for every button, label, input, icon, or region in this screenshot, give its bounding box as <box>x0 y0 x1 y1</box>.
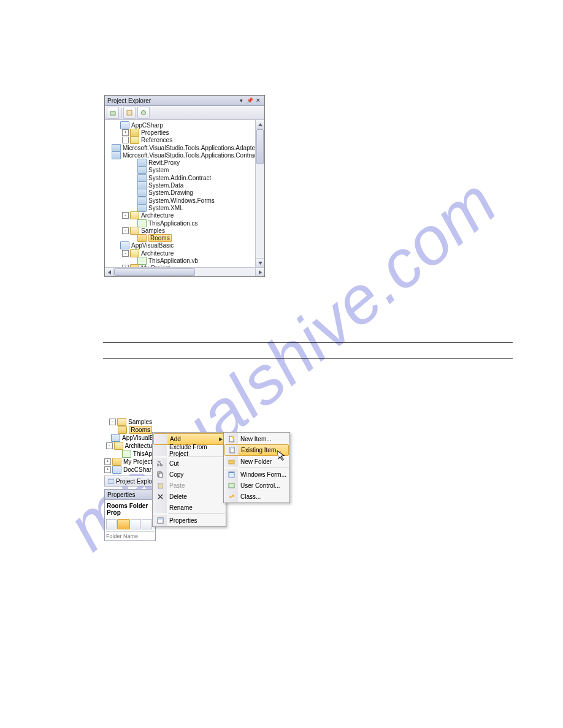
tree-item[interactable]: AppVisualBasic <box>104 434 152 442</box>
tree-item[interactable]: +DocCSharp(e <box>104 466 152 474</box>
prop-sort-categorized[interactable] <box>106 519 117 529</box>
tree-item[interactable]: Revit.Proxy <box>105 159 255 166</box>
add-submenu[interactable]: New Item...Existing Item...New FolderWin… <box>223 432 290 503</box>
menu-item-label: Properties <box>169 517 225 524</box>
tree-item[interactable]: -References <box>105 137 255 144</box>
svg-marker-3 <box>258 123 262 126</box>
reference-icon <box>137 189 147 197</box>
expand-icon[interactable]: + <box>122 265 129 267</box>
menu-item[interactable]: Delete <box>153 491 225 502</box>
folder-open-icon <box>130 227 139 235</box>
scroll-left-icon[interactable] <box>105 268 114 276</box>
dropdown-icon[interactable]: ▾ <box>237 97 245 104</box>
close-icon[interactable]: ✕ <box>255 97 262 104</box>
tree-item[interactable]: System.Drawing <box>105 189 255 197</box>
horizontal-scrollbar[interactable] <box>105 267 264 276</box>
tree-item[interactable]: ThisApplication.vb <box>105 257 255 264</box>
tree-item[interactable]: Microsoft.VisualStudio.Tools.Application… <box>105 151 255 159</box>
collapse-icon[interactable]: - <box>122 250 129 257</box>
tree-item[interactable]: ThisApplication.cs <box>105 219 255 227</box>
menu-item[interactable]: New Item... <box>224 433 289 444</box>
tree-item[interactable]: +My Project <box>104 458 152 466</box>
collapse-icon[interactable]: - <box>106 442 113 449</box>
menu-item[interactable]: Copy <box>153 469 225 480</box>
prop-pages[interactable] <box>131 519 141 529</box>
tree-item-label: My Project <box>141 265 170 267</box>
code-file-icon <box>137 257 147 265</box>
toolbar-button-2[interactable] <box>123 107 136 119</box>
divider-2 <box>103 358 513 358</box>
scrollbar-thumb[interactable] <box>256 129 264 164</box>
tree-item[interactable]: -Architecture <box>105 249 255 257</box>
reference-icon <box>137 181 147 189</box>
tree-item[interactable]: System.XML <box>105 204 255 211</box>
tree-item[interactable]: System.Data <box>105 181 255 189</box>
menu-item-label: New Item... <box>240 436 289 442</box>
tree-item-label: DocCSharp(e <box>123 466 152 473</box>
tree-item[interactable]: System.Addin.Contract <box>105 174 255 181</box>
menu-item[interactable]: User Control... <box>224 480 289 491</box>
tree-item-label: AppVisualBasic <box>122 434 152 441</box>
tree-item[interactable]: System <box>105 167 255 174</box>
menu-item[interactable]: New Folder <box>224 456 289 467</box>
tree-item[interactable]: -Samples <box>105 227 255 234</box>
vertical-scrollbar[interactable] <box>255 120 264 267</box>
menu-item[interactable]: Existing Item... <box>224 444 289 456</box>
project-tree[interactable]: AppCSharp+Properties-ReferencesMicrosoft… <box>105 120 255 267</box>
menu-item[interactable]: Windows Form... <box>224 469 289 480</box>
tree-item[interactable]: Rooms <box>104 426 152 434</box>
pin-icon[interactable]: 📌 <box>246 97 253 104</box>
svg-point-23 <box>229 496 232 498</box>
scroll-right-icon[interactable] <box>255 268 264 276</box>
tree-item[interactable]: ThisAp <box>104 450 152 458</box>
tree-item-label: Architecture <box>141 250 174 257</box>
tree-item-label: Architecture <box>141 212 174 219</box>
collapse-icon[interactable]: - <box>109 419 116 425</box>
toolbar-button-1[interactable] <box>107 107 119 119</box>
menu-item[interactable]: Exclude From Project <box>153 445 225 456</box>
tree-item-label: Microsoft.VisualStudio.Tools.Application… <box>123 152 255 159</box>
expand-icon[interactable]: + <box>104 466 111 473</box>
expand-icon[interactable]: + <box>104 458 111 465</box>
tree-item[interactable]: -Architectu <box>104 442 152 450</box>
menu-item-label: Existing Item... <box>241 447 288 453</box>
prop-events[interactable] <box>142 519 152 529</box>
collapse-icon[interactable]: - <box>122 212 129 219</box>
menu-item-label: Add <box>170 436 219 442</box>
context-menu[interactable]: Add▶Exclude From ProjectCutCopyPasteDele… <box>152 432 226 527</box>
expand-icon[interactable]: + <box>122 129 129 136</box>
tree-item[interactable]: Microsoft.VisualStudio.Tools.Application… <box>105 144 255 151</box>
tree-item-label: Samples <box>128 419 152 425</box>
project-tree-fragment[interactable]: -SamplesRoomsAppVisualBasic-ArchitectuTh… <box>104 418 152 474</box>
tree-item-label: Architectu <box>125 442 152 449</box>
tree-item-label: Rooms <box>129 426 152 434</box>
project-icon <box>120 241 129 249</box>
menu-item[interactable]: Class... <box>224 491 289 502</box>
tree-item[interactable]: AppCSharp <box>105 121 255 129</box>
properties-title: Properties <box>104 489 157 500</box>
tree-item[interactable]: AppVisualBasic <box>105 242 255 249</box>
new-icon <box>228 436 235 442</box>
scroll-down-icon[interactable] <box>256 258 264 267</box>
tree-item-label: ThisApplication.cs <box>148 220 198 227</box>
scrollbar-thumb-h[interactable] <box>114 268 195 276</box>
prop-sort-alpha[interactable] <box>117 519 130 529</box>
menu-item[interactable]: Rename <box>153 502 225 513</box>
tree-item[interactable]: +My Project <box>105 265 255 267</box>
tree-item[interactable]: -Architecture <box>105 212 255 219</box>
reference-icon <box>137 204 147 212</box>
tree-item-label: System.Addin.Contract <box>148 175 211 181</box>
tree-item[interactable]: Rooms <box>105 234 255 241</box>
menu-item[interactable]: Properties <box>153 515 225 526</box>
svg-marker-5 <box>108 270 111 275</box>
tree-item[interactable]: -Samples <box>104 418 152 426</box>
menu-item[interactable]: Cut <box>153 458 225 469</box>
collapse-icon[interactable]: - <box>122 137 129 143</box>
collapse-icon[interactable]: - <box>122 227 129 234</box>
reference-icon <box>112 151 121 159</box>
tree-item[interactable]: System.Windows.Forms <box>105 197 255 204</box>
tree-item[interactable]: +Properties <box>105 129 255 136</box>
scroll-up-icon[interactable] <box>256 120 264 129</box>
code-file-icon <box>137 219 147 227</box>
toolbar-button-3[interactable] <box>137 107 150 119</box>
